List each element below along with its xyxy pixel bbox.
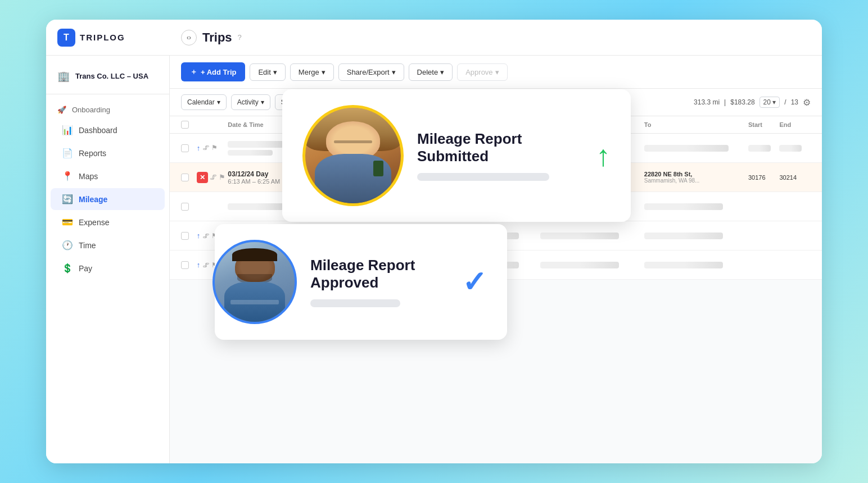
sidebar-item-dashboard[interactable]: 📊 Dashboard	[51, 119, 165, 141]
activity-filter[interactable]: Activity ▾	[231, 94, 270, 110]
attach-icon: 🖇	[202, 144, 209, 152]
submitted-title: Mileage Report Submitted	[417, 130, 582, 165]
stats-area: 313.3 mi | $183.28 20 ▾ / 13 ⚙	[694, 97, 811, 108]
submitted-notification-card: Mileage Report Submitted ↑	[282, 89, 631, 222]
select-all-checkbox[interactable]	[181, 121, 189, 129]
toolbar: ＋ + Add Trip Edit ▾ Merge ▾ Share/Export…	[170, 56, 822, 89]
per-page-select[interactable]: 20 ▾	[760, 97, 780, 108]
pay-icon: 💲	[62, 263, 73, 274]
main-content: 🏢 Trans Co. LLC – USA 🚀 Onboarding 📊 Das…	[46, 56, 822, 463]
header-end: End	[779, 121, 811, 128]
sidebar-item-expense[interactable]: 💳 Expense	[51, 211, 165, 233]
chevron-merge-icon: ▾	[322, 68, 326, 76]
chevron-edit-icon: ▾	[273, 68, 277, 76]
help-icon[interactable]: ?	[238, 33, 242, 42]
submit-arrow-icon: ↑	[596, 141, 611, 170]
to-sub: Sammamish, WA 98...	[644, 177, 748, 184]
row-checkbox[interactable]	[181, 144, 189, 152]
company-name: Trans Co. LLC – USA	[75, 72, 148, 81]
upload-icon: ↑	[197, 231, 201, 240]
approve-check-icon: ✓	[462, 267, 487, 297]
reject-icon[interactable]: ✕	[197, 172, 208, 183]
upload-icon: ↑	[197, 144, 201, 152]
calendar-filter[interactable]: Calendar ▾	[181, 94, 227, 110]
sidebar-item-pay[interactable]: 💲 Pay	[51, 257, 165, 279]
time-icon: 🕐	[62, 240, 73, 250]
header-to: To	[644, 121, 748, 128]
row-checkbox[interactable]	[181, 261, 189, 269]
plus-icon: ＋	[190, 67, 197, 77]
sidebar-item-reports[interactable]: 📄 Reports	[51, 142, 165, 164]
edit-button[interactable]: Edit ▾	[250, 63, 285, 81]
submitted-bar	[417, 173, 549, 181]
submitted-avatar-container	[302, 105, 404, 206]
back-button[interactable]: ‹›	[181, 30, 197, 45]
maps-icon: 📍	[62, 171, 73, 181]
chevron-share-icon: ▾	[392, 68, 396, 76]
header-start: Start	[748, 121, 780, 128]
expense-icon: 💳	[62, 217, 73, 227]
sidebar-item-maps[interactable]: 📍 Maps	[51, 165, 165, 187]
chevron-perpage-icon: ▾	[772, 98, 776, 106]
sidebar-item-mileage[interactable]: 🔄 Mileage	[51, 188, 165, 210]
row-checkbox[interactable]	[181, 232, 189, 240]
logo-area: T TRIPLOG	[57, 29, 181, 47]
dashboard-icon: 📊	[62, 125, 73, 135]
row-checkbox[interactable]	[181, 174, 189, 181]
company-icon: 🏢	[57, 70, 70, 83]
sidebar-item-onboarding[interactable]: 🚀 Onboarding	[46, 101, 169, 119]
sidebar-item-time[interactable]: 🕐 Time	[51, 234, 165, 256]
end-value: 30214	[779, 174, 797, 181]
attach-icon: 🖇	[202, 232, 209, 240]
attach-icon: 🖇	[202, 261, 209, 269]
chevron-activity-icon: ▾	[261, 98, 264, 106]
approve-button[interactable]: Approve ▾	[457, 63, 507, 81]
reports-icon: 📄	[62, 148, 73, 158]
top-bar: T TRIPLOG ‹› Trips ?	[46, 20, 822, 56]
merge-button[interactable]: Merge ▾	[290, 63, 334, 81]
share-export-button[interactable]: Share/Export ▾	[338, 63, 404, 81]
start-value: 30176	[748, 174, 766, 181]
app-logo-text: TRIPLOG	[80, 33, 125, 42]
total-pages: 13	[791, 98, 798, 106]
amount-stat: $183.28	[730, 98, 754, 106]
page-title: Trips	[202, 30, 232, 45]
add-trip-button[interactable]: ＋ + Add Trip	[181, 62, 245, 81]
submitted-text-block: Mileage Report Submitted	[417, 130, 582, 181]
woman-avatar	[302, 105, 404, 206]
app-window: T TRIPLOG ‹› Trips ? 🏢 Trans Co. LLC – U…	[46, 20, 822, 463]
delete-button[interactable]: Delete ▾	[409, 63, 453, 81]
sidebar: 🏢 Trans Co. LLC – USA 🚀 Onboarding 📊 Das…	[46, 56, 170, 463]
approved-title: Mileage Report Approved	[310, 257, 449, 291]
chevron-approve-icon: ▾	[495, 68, 499, 76]
settings-icon[interactable]: ⚙	[803, 97, 811, 108]
to-main: 22820 NE 8th St,	[644, 171, 748, 177]
page-title-area: ‹› Trips ?	[181, 30, 242, 45]
content-area: ＋ + Add Trip Edit ▾ Merge ▾ Share/Export…	[170, 56, 822, 463]
approved-text-block: Mileage Report Approved	[310, 257, 449, 307]
chevron-calendar-icon: ▾	[217, 98, 220, 106]
approved-notification-card: Mileage Report Approved ✓	[215, 224, 507, 340]
flag-icon: ⚑	[219, 173, 225, 181]
row-checkbox[interactable]	[181, 203, 189, 211]
app-logo-icon: T	[57, 29, 75, 47]
upload-icon: ↑	[197, 261, 201, 269]
approved-bar	[310, 299, 400, 307]
attach-icon: 🖇	[210, 173, 217, 181]
approved-avatar-container	[213, 240, 297, 324]
man-avatar	[213, 240, 297, 324]
rocket-icon: 🚀	[57, 106, 66, 114]
mileage-icon: 🔄	[62, 194, 73, 204]
distance-stat: 313.3 mi	[694, 98, 720, 106]
flag-icon: ⚑	[211, 144, 218, 152]
header-checkbox-col	[181, 121, 197, 129]
company-selector[interactable]: 🏢 Trans Co. LLC – USA	[46, 65, 169, 94]
chevron-delete-icon: ▾	[440, 68, 444, 76]
